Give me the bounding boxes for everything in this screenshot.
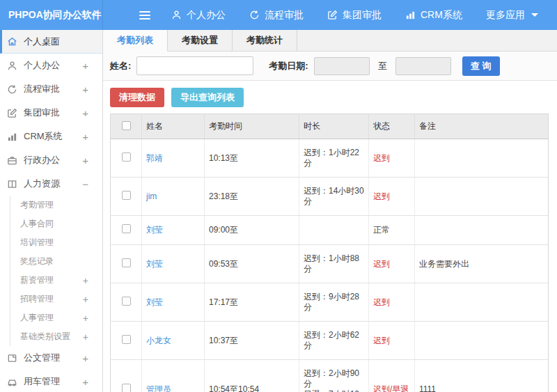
table-row: 刘莹 17:17至 迟到：9小时28分 迟到 — [111, 283, 549, 322]
name-label: 姓名: — [110, 60, 131, 72]
sidebar-subitem-attendance[interactable]: 考勤管理 — [10, 196, 102, 214]
menu-toggle-icon[interactable] — [139, 11, 150, 19]
table-row: jim 23:18至 迟到：14小时30分 迟到 — [111, 178, 549, 216]
expand-plus-icon[interactable]: + — [82, 60, 88, 72]
table-row: 管理员 10:54至10:54 迟到：2小时90分 早退：7小时10分 迟到/早… — [111, 360, 549, 392]
tab-attendance-stats[interactable]: 考勤统计 — [233, 30, 297, 51]
header-status: 状态 — [369, 114, 415, 139]
topnav-personal-office[interactable]: 个人办公 — [171, 9, 226, 22]
sidebar-item-admin-office[interactable]: 行政办公 + — [0, 148, 102, 172]
search-bar: 姓名: 考勤日期: 至 查 询 — [103, 52, 557, 81]
expand-plus-icon[interactable]: + — [82, 107, 88, 119]
duration: 迟到：2小时90分 早退：7小时10分 — [299, 360, 369, 392]
employee-name-link[interactable]: jim — [146, 191, 157, 201]
expand-plus-icon[interactable]: + — [83, 275, 88, 286]
app-title: PHPOA协同办公软件 — [0, 0, 103, 30]
duration: 迟到：2小时62分 — [299, 322, 369, 360]
sidebar-item-personal-desktop[interactable]: 个人桌面 — [0, 30, 102, 54]
status-badge: 迟到 — [369, 178, 415, 216]
status-badge: 正常 — [369, 216, 415, 245]
sidebar-item-personal-office[interactable]: 个人办公 + — [0, 54, 102, 77]
search-button[interactable]: 查 询 — [462, 56, 500, 76]
sidebar-item-group-approval[interactable]: 集团审批 + — [0, 101, 102, 125]
header-time: 考勤时间 — [205, 114, 299, 139]
sidebar-subitem-recruit[interactable]: 招聘管理+ — [10, 290, 102, 308]
note — [415, 216, 549, 245]
sidebar-item-vehicle[interactable]: 用车管理 + — [0, 370, 102, 392]
caret-down-icon — [531, 13, 538, 17]
table-row: 小龙女 10:37至 迟到：2小时62分 迟到 — [111, 322, 549, 360]
expand-plus-icon[interactable]: + — [83, 313, 88, 324]
header-duration: 时长 — [299, 114, 369, 139]
note — [415, 283, 549, 322]
expand-plus-icon[interactable]: + — [83, 331, 88, 343]
sidebar-item-hr[interactable]: 人力资源 − — [0, 172, 102, 196]
date-to-input[interactable] — [395, 57, 451, 75]
row-checkbox[interactable] — [122, 335, 131, 344]
row-checkbox[interactable] — [122, 297, 131, 306]
row-checkbox[interactable] — [122, 191, 131, 200]
employee-name-link[interactable]: 管理员 — [146, 384, 171, 392]
note — [415, 178, 549, 216]
expand-minus-icon[interactable]: − — [82, 178, 88, 190]
sidebar-subitem-rewards[interactable]: 奖惩记录 — [10, 252, 102, 271]
topnav-more-apps[interactable]: 更多应用 — [486, 9, 538, 22]
employee-name-link[interactable]: 郭靖 — [146, 153, 163, 163]
select-all-checkbox[interactable] — [122, 121, 131, 130]
sidebar-subitem-base-category[interactable]: 基础类别设置+ — [10, 327, 102, 346]
header-name: 姓名 — [142, 114, 205, 139]
attendance-time: 09:00至 — [205, 216, 299, 245]
table-area: 清理数据 导出查询列表 姓名 考勤时间 时长 状态 备注 — [103, 81, 557, 392]
duration — [299, 216, 369, 245]
tab-attendance-list[interactable]: 考勤列表 — [103, 30, 168, 52]
table-row: 刘莹 09:00至 正常 — [111, 216, 549, 245]
table-row: 郭靖 10:13至 迟到：1小时22分 迟到 — [111, 139, 549, 178]
employee-name-link[interactable]: 小龙女 — [146, 336, 171, 345]
note: 1111 — [415, 360, 549, 392]
sidebar-subitem-hr-contract[interactable]: 人事合同 — [10, 214, 102, 233]
tab-attendance-settings[interactable]: 考勤设置 — [168, 30, 233, 51]
sidebar-subitem-salary[interactable]: 薪资管理+ — [10, 271, 102, 290]
process-icon — [7, 84, 19, 95]
name-input[interactable] — [136, 56, 253, 75]
clean-data-button[interactable]: 清理数据 — [110, 88, 164, 107]
header-note: 备注 — [415, 114, 549, 139]
expand-plus-icon[interactable]: + — [82, 84, 88, 95]
sidebar-item-process-approval[interactable]: 流程审批 + — [0, 77, 102, 101]
expand-plus-icon[interactable]: + — [82, 155, 88, 166]
expand-plus-icon[interactable]: + — [83, 294, 88, 305]
row-checkbox[interactable] — [122, 224, 131, 233]
expand-plus-icon[interactable]: + — [82, 131, 88, 143]
attendance-time: 23:18至 — [205, 178, 299, 216]
tab-bar: 考勤列表 考勤设置 考勤统计 — [103, 30, 557, 52]
home-icon — [7, 36, 19, 47]
employee-name-link[interactable]: 刘莹 — [146, 225, 163, 235]
employee-name-link[interactable]: 刘莹 — [146, 259, 163, 269]
expand-plus-icon[interactable]: + — [82, 352, 88, 364]
date-from-input[interactable] — [314, 57, 370, 75]
row-checkbox[interactable] — [122, 384, 131, 392]
status-badge: 迟到 — [369, 322, 415, 360]
main-content: 考勤列表 考勤设置 考勤统计 姓名: 考勤日期: 至 查 询 清理数据 导出查询… — [103, 30, 557, 392]
expand-plus-icon[interactable]: + — [82, 376, 88, 388]
sidebar-subitem-training[interactable]: 培训管理 — [10, 233, 102, 252]
sidebar-item-crm[interactable]: CRM系统 + — [0, 125, 102, 148]
table-row: 刘莹 09:53至 迟到：1小时88分 迟到 业务需要外出 — [111, 245, 549, 283]
attendance-time: 10:54至10:54 — [205, 360, 299, 392]
employee-name-link[interactable]: 刘莹 — [146, 297, 163, 307]
topnav-crm[interactable]: CRM系统 — [405, 9, 462, 22]
status-badge: 迟到/早退 — [369, 360, 415, 392]
export-list-button[interactable]: 导出查询列表 — [171, 88, 244, 107]
sidebar-item-documents[interactable]: 公文管理 + — [0, 346, 102, 370]
row-checkbox[interactable] — [122, 152, 131, 162]
topnav-group-approval[interactable]: 集团审批 — [327, 9, 382, 22]
row-checkbox[interactable] — [122, 258, 131, 267]
topnav-process-approval[interactable]: 流程审批 — [249, 9, 304, 22]
sidebar-subitem-personnel[interactable]: 人事管理+ — [10, 308, 102, 327]
duration: 迟到：14小时30分 — [299, 178, 369, 216]
topbar: PHPOA协同办公软件 个人办公 流程审批 集团审批 CRM系统 更多应用 — [0, 0, 557, 30]
car-icon — [7, 376, 19, 387]
edit-icon — [327, 10, 338, 20]
briefcase-icon — [7, 155, 19, 166]
attendance-time: 17:17至 — [205, 283, 299, 322]
